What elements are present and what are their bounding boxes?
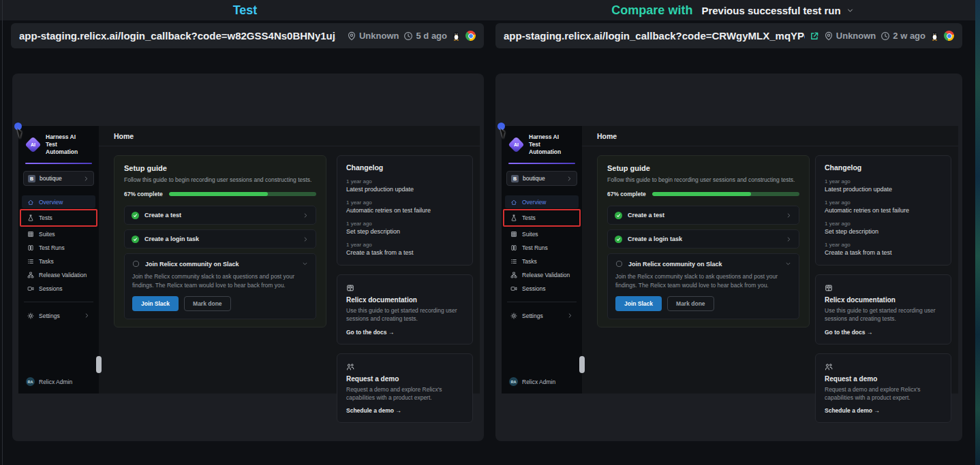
check-circle-icon bbox=[132, 212, 139, 219]
sidebar-item-release-validation[interactable]: Release Validation bbox=[22, 268, 95, 281]
changelog-entry: 1 year ago Latest production update bbox=[825, 178, 942, 193]
app-sidebar: AI Harness AI Test Automation B boutique… bbox=[18, 126, 99, 394]
demo-description: Request a demo and explore Relicx's capa… bbox=[346, 385, 463, 402]
compare-target-label: Previous successful test run bbox=[701, 5, 840, 16]
app-topbar: Home bbox=[99, 126, 480, 146]
sidebar-item-settings[interactable]: Settings bbox=[22, 309, 95, 322]
progress-bar-fill bbox=[652, 192, 751, 196]
compare-url-bar[interactable]: app-staging.relicx.ai/login_callback?cod… bbox=[495, 23, 962, 48]
flask-icon bbox=[510, 214, 517, 221]
demo-card: Request a demo Request a demo and explor… bbox=[815, 353, 951, 423]
mark-done-button[interactable]: Mark done bbox=[184, 296, 231, 311]
demo-title: Request a demo bbox=[825, 375, 942, 383]
test-panel-header: Test bbox=[0, 0, 490, 20]
chrome-browser-icon bbox=[465, 31, 476, 41]
sidebar-item-overview[interactable]: Overview bbox=[505, 195, 579, 208]
sidebar-collapse-handle[interactable] bbox=[579, 356, 585, 373]
changelog-title: Changelog bbox=[346, 163, 463, 172]
changelog-entry: 1 year ago Automatic retries on test fai… bbox=[825, 199, 942, 214]
guide-item-join-slack-header[interactable]: Join Relicx community on Slack bbox=[132, 260, 308, 268]
chevron-right-icon bbox=[566, 176, 572, 182]
setup-guide-description: Follow this guide to begin recording use… bbox=[124, 176, 316, 183]
project-selector[interactable]: B boutique bbox=[23, 171, 94, 186]
grid-icon bbox=[27, 231, 34, 238]
brand-name: Harness AI Test Automation bbox=[46, 133, 88, 156]
project-name: boutique bbox=[523, 175, 545, 182]
join-slack-button[interactable]: Join Slack bbox=[132, 296, 179, 311]
empty-circle-icon bbox=[615, 260, 623, 268]
join-slack-button[interactable]: Join Slack bbox=[615, 296, 662, 311]
guide-item-join-slack: Join Relicx community on Slack Join the … bbox=[607, 253, 799, 319]
check-circle-icon bbox=[132, 236, 139, 243]
join-slack-description: Join the Relicx community slack to ask q… bbox=[615, 272, 791, 290]
go-to-docs-link[interactable]: Go to the docs → bbox=[825, 329, 942, 336]
changelog-title: Changelog bbox=[825, 163, 942, 172]
progress-label: 67% complete bbox=[607, 191, 646, 197]
age-label: 5 d ago bbox=[416, 31, 447, 41]
embedded-app-screenshot: AI Harness AI Test Automation B boutique… bbox=[502, 126, 958, 394]
sidebar-item-sessions[interactable]: Sessions bbox=[22, 282, 95, 295]
cursor-position-marker bbox=[497, 123, 505, 130]
go-to-docs-link[interactable]: Go to the docs → bbox=[346, 329, 463, 336]
sidebar-item-overview[interactable]: Overview bbox=[22, 195, 95, 208]
guide-item-create-login-task[interactable]: Create a login task bbox=[607, 229, 799, 248]
chevron-right-icon bbox=[786, 212, 792, 219]
changelog-entry: 1 year ago Create a task from a test bbox=[825, 242, 942, 256]
documentation-card: Relicx documentation Use this guide to g… bbox=[337, 274, 473, 344]
test-panel-title: Test bbox=[233, 3, 258, 18]
users-icon bbox=[825, 363, 833, 371]
sidebar-item-tests[interactable]: Tests bbox=[503, 209, 581, 227]
setup-guide-card: Setup guide Follow this guide to begin r… bbox=[114, 155, 326, 327]
setup-guide-title: Setup guide bbox=[607, 164, 799, 172]
chevron-right-icon bbox=[567, 312, 573, 319]
project-selector[interactable]: B boutique bbox=[506, 171, 577, 186]
setup-guide-description: Follow this guide to begin recording use… bbox=[607, 176, 799, 183]
age-meta: 5 d ago bbox=[403, 31, 447, 41]
sidebar-item-test-runs[interactable]: Test Runs bbox=[505, 241, 579, 254]
test-screenshot-container: AI Harness AI Test Automation B boutique… bbox=[12, 74, 484, 441]
chevron-right-icon bbox=[303, 212, 309, 219]
linux-penguin-icon bbox=[452, 31, 461, 41]
compare-panel: Compare with Previous successful test ru… bbox=[490, 0, 975, 465]
columns-icon bbox=[510, 244, 517, 251]
location-pin-icon bbox=[824, 31, 833, 41]
sidebar-item-suites[interactable]: Suites bbox=[505, 227, 579, 240]
schedule-demo-link[interactable]: Schedule a demo → bbox=[346, 407, 463, 414]
user-name: Relicx Admin bbox=[39, 379, 72, 385]
setup-guide-title: Setup guide bbox=[124, 164, 316, 172]
sidebar-item-release-validation[interactable]: Release Validation bbox=[505, 268, 579, 281]
brand-divider bbox=[508, 163, 575, 164]
app-content: Setup guide Follow this guide to begin r… bbox=[99, 146, 480, 423]
guide-item-join-slack-header[interactable]: Join Relicx community on Slack bbox=[615, 260, 791, 268]
sidebar-item-tests[interactable]: Tests bbox=[20, 209, 97, 227]
sidebar-item-sessions[interactable]: Sessions bbox=[505, 282, 579, 295]
users-icon bbox=[346, 363, 354, 371]
test-url-bar[interactable]: app-staging.relicx.ai/login_callback?cod… bbox=[11, 23, 484, 48]
sidebar-nav: Overview Tests Suites Test Runs bbox=[502, 195, 582, 295]
sidebar-item-tasks[interactable]: Tasks bbox=[22, 255, 95, 268]
sidebar-item-suites[interactable]: Suites bbox=[22, 227, 95, 240]
sidebar-divider bbox=[24, 302, 93, 302]
list-icon bbox=[510, 258, 517, 265]
documentation-card: Relicx documentation Use this guide to g… bbox=[815, 274, 951, 344]
schedule-demo-link[interactable]: Schedule a demo → bbox=[825, 407, 942, 414]
guide-item-create-login-task[interactable]: Create a login task bbox=[124, 229, 316, 248]
sidebar-item-tasks[interactable]: Tasks bbox=[505, 255, 579, 268]
sidebar-collapse-handle[interactable] bbox=[96, 356, 102, 373]
external-link-icon[interactable] bbox=[810, 31, 819, 41]
book-icon bbox=[825, 284, 833, 292]
progress-bar bbox=[169, 192, 316, 196]
user-menu[interactable]: RA Relicx Admin bbox=[502, 371, 582, 394]
guide-item-create-test[interactable]: Create a test bbox=[607, 206, 799, 225]
guide-item-create-test[interactable]: Create a test bbox=[124, 206, 316, 225]
mark-done-button[interactable]: Mark done bbox=[667, 296, 714, 311]
clock-icon bbox=[403, 31, 413, 41]
user-menu[interactable]: RA Relicx Admin bbox=[18, 371, 99, 394]
location-label: Unknown bbox=[836, 31, 876, 41]
check-circle-icon bbox=[615, 236, 622, 243]
sidebar-item-test-runs[interactable]: Test Runs bbox=[22, 241, 95, 254]
sidebar-item-settings[interactable]: Settings bbox=[505, 309, 579, 322]
compare-target-dropdown[interactable]: Previous successful test run bbox=[701, 5, 853, 16]
progress-bar-fill bbox=[169, 192, 268, 196]
camera-icon bbox=[510, 285, 517, 292]
